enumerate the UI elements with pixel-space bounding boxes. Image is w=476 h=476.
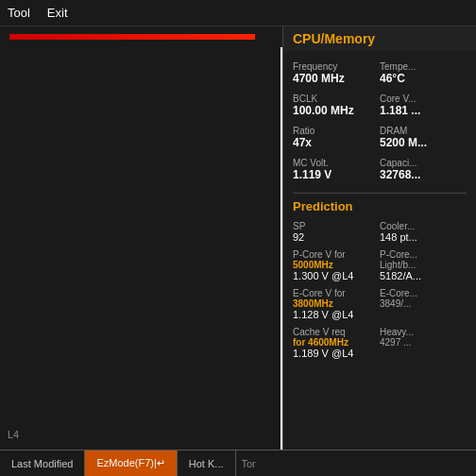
ecore3800-value: 1.128 V @L4 [293, 309, 375, 320]
ecore3800-label2: 3800MHz [293, 298, 375, 309]
hot-keys-button[interactable]: Hot K... [178, 450, 236, 476]
menu-exit[interactable]: Exit [47, 6, 68, 20]
ecore3800-label2-2: 3849/... [380, 298, 462, 309]
cache4600-label2-1: Heavy... [380, 327, 462, 337]
frequency-value: 4700 MHz [293, 72, 375, 85]
dram-cell: DRAM 5200 M... [380, 123, 467, 155]
dram-value: 5200 M... [380, 136, 462, 149]
frequency-label: Frequency [293, 61, 375, 72]
cache4600-label2-2: 4297 ... [380, 337, 462, 348]
pcore5000-value: 1.300 V @L4 [293, 270, 375, 281]
pred-row-ecore3800: E-Core V for 3800MHz 1.128 V @L4 E-Core.… [293, 286, 467, 325]
red-bar [9, 34, 255, 40]
cpu-memory-title: CPU/Memory [293, 31, 375, 46]
ratio-label: Ratio [293, 126, 375, 136]
pcore5000-value2: 5182/A... [380, 270, 462, 281]
cache4600-label2: for 4600MHz [293, 337, 375, 348]
white-divider-line [280, 47, 282, 450]
mc-volt-label: MC Volt. [293, 158, 375, 168]
ratio-value: 47x [293, 136, 375, 149]
right-panel: CPU/Memory Frequency 4700 MHz Tempe... 4… [283, 26, 476, 450]
pcore5000-cell: P-Core V for 5000MHz 1.300 V @L4 [293, 247, 380, 286]
ecore3800-label2-1: E-Core... [380, 288, 462, 298]
prediction-section: Prediction SP 92 Cooler... 148 pt... P-C… [283, 199, 476, 364]
cooler-cell: Cooler... 148 pt... [380, 219, 467, 247]
cache4600-value: 1.189 V @L4 [293, 348, 375, 359]
cache4600-right-cell: Heavy... 4297 ... [380, 325, 467, 364]
sp-cell: SP 92 [293, 219, 380, 247]
tor-label: Tor [236, 450, 262, 476]
ezmode-button[interactable]: EzMode(F7)|↵ [85, 450, 177, 476]
pred-row-pcore5000: P-Core V for 5000MHz 1.300 V @L4 P-Core.… [293, 247, 467, 286]
capacity-value: 32768... [380, 168, 462, 181]
ratio-cell: Ratio 47x [293, 123, 380, 155]
core-v-cell: Core V... 1.181 ... [380, 91, 467, 123]
menu-tool[interactable]: Tool [8, 6, 30, 20]
pcore5000-right-cell: P-Core... Light/b... 5182/A... [380, 247, 467, 286]
pcore5000-label2-2: Light/b... [380, 260, 462, 270]
temp-cell: Tempe... 46°C [380, 59, 467, 91]
frequency-cell: Frequency 4700 MHz [293, 59, 380, 91]
ecore3800-label1: E-Core V for [293, 288, 375, 298]
bclk-label: BCLK [293, 94, 375, 104]
mc-volt-value: 1.119 V [293, 168, 375, 181]
cpu-memory-grid: Frequency 4700 MHz Tempe... 46°C BCLK 10… [283, 59, 476, 187]
pcore5000-label2-1: P-Core... [380, 249, 462, 260]
cooler-value: 148 pt... [380, 231, 462, 243]
temp-value: 46°C [380, 72, 462, 85]
pred-row-cache4600: Cache V req for 4600MHz 1.189 V @L4 Heav… [293, 325, 467, 364]
dram-label: DRAM [380, 126, 462, 136]
pred-row-sp: SP 92 Cooler... 148 pt... [293, 219, 467, 247]
core-v-value: 1.181 ... [380, 104, 462, 117]
capacity-label: Capaci... [380, 158, 462, 168]
cache4600-label1: Cache V req [293, 327, 375, 337]
left-panel: L4 [0, 26, 283, 450]
mc-volt-cell: MC Volt. 1.119 V [293, 155, 380, 187]
cache4600-cell: Cache V req for 4600MHz 1.189 V @L4 [293, 325, 380, 364]
main-content: L4 CPU/Memory Frequency 4700 MHz Tempe..… [0, 26, 476, 450]
bottom-left-label: L4 [8, 429, 19, 440]
prediction-title: Prediction [293, 199, 467, 213]
bclk-cell: BCLK 100.00 MHz [293, 91, 380, 123]
pcore5000-label1: P-Core V for [293, 249, 375, 260]
ecore3800-cell: E-Core V for 3800MHz 1.128 V @L4 [293, 286, 380, 325]
section-divider [293, 193, 467, 194]
ecore3800-right-cell: E-Core... 3849/... [380, 286, 467, 325]
top-menu-bar: Tool Exit [0, 0, 476, 26]
bclk-value: 100.00 MHz [293, 104, 375, 117]
last-modified-button[interactable]: Last Modified [0, 450, 85, 476]
sp-label: SP [293, 221, 375, 231]
bottom-bar: Last Modified EzMode(F7)|↵ Hot K... Tor [0, 450, 476, 476]
core-v-label: Core V... [380, 94, 462, 104]
cooler-label: Cooler... [380, 221, 462, 231]
sp-value: 92 [293, 231, 375, 243]
pcore5000-label2: 5000MHz [293, 260, 375, 270]
capacity-cell: Capaci... 32768... [380, 155, 467, 187]
temp-label: Tempe... [380, 61, 462, 72]
left-content-area: L4 [0, 47, 282, 450]
cpu-memory-header: CPU/Memory [283, 26, 476, 51]
